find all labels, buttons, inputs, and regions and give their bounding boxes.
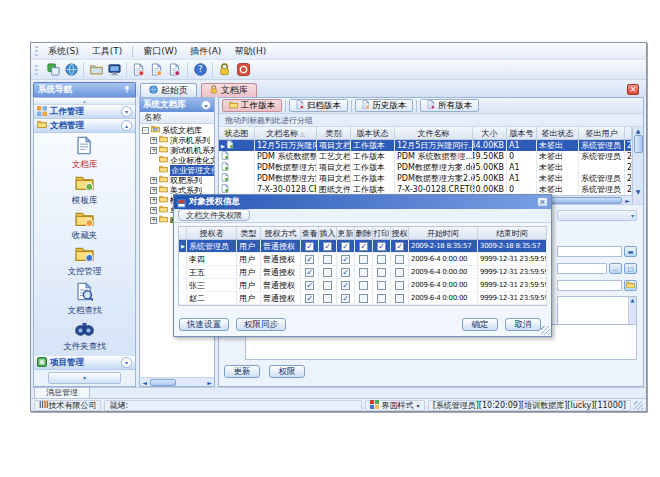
dialog-column-授权[interactable]: 授权 bbox=[391, 227, 409, 239]
column-header-大小[interactable]: 大小 bbox=[473, 127, 507, 139]
tree-expand-icon[interactable]: + bbox=[150, 137, 157, 144]
column-header-版本状态[interactable]: 版本状态 bbox=[351, 127, 395, 139]
column-header-文档名称[interactable]: 文档名称△ bbox=[255, 127, 317, 139]
globe-icon[interactable] bbox=[64, 63, 78, 77]
dialog-column-类型[interactable]: 类型 bbox=[237, 227, 261, 239]
help-icon[interactable]: ? bbox=[193, 63, 207, 77]
dialog-column-结束时间[interactable]: 结束时间 bbox=[478, 227, 547, 239]
tree-node-企业管理文件[interactable]: 企业管理文件 bbox=[140, 165, 214, 175]
tree-node-双肥系列[interactable]: + 双肥系列 bbox=[140, 175, 214, 185]
sidebar-item-收藏夹[interactable]: 收藏夹 bbox=[72, 211, 98, 243]
table-row[interactable]: PDM数据整理方案.doc项目文档工作版本PDM数据整理方案.doc95.00K… bbox=[219, 162, 632, 173]
sidebar-group-2[interactable]: 项目管理▾ bbox=[34, 356, 135, 370]
checkbox-unchecked[interactable] bbox=[395, 255, 404, 264]
checkbox-checked[interactable]: ✓ bbox=[305, 294, 314, 303]
tree-node-root[interactable]: - 系统文档库 bbox=[140, 125, 214, 135]
tree-expand-icon[interactable]: + bbox=[150, 187, 157, 194]
checkbox-checked[interactable]: ✓ bbox=[341, 294, 350, 303]
version-tab-归档版本[interactable]: 归档版本 bbox=[289, 99, 348, 112]
checkbox-unchecked[interactable] bbox=[323, 255, 332, 264]
permission-row[interactable]: 赵二用户普通授权✓✓2009-6-4 0:00:009999-12-31 23:… bbox=[179, 292, 546, 305]
chevron-down-icon[interactable]: ▾ bbox=[201, 100, 211, 110]
permission-button[interactable]: 权限 bbox=[269, 365, 305, 378]
scroll-right-icon[interactable]: ► bbox=[623, 197, 632, 204]
dialog-tab-permissions[interactable]: 文档文件夹权限 bbox=[178, 209, 250, 221]
permission-row[interactable]: ▶系统管理员用户普通授权✓✓✓✓✓✓2009-2-18 8:35:573009-… bbox=[179, 240, 546, 253]
tab-起始页[interactable]: 起始页 bbox=[140, 83, 197, 97]
sync-icon[interactable] bbox=[46, 63, 60, 77]
dialog-column-删除[interactable]: 删除 bbox=[355, 227, 373, 239]
checkbox-checked[interactable]: ✓ bbox=[341, 268, 350, 277]
chevron-icon[interactable]: ▾ bbox=[121, 106, 132, 117]
sidebar-item-文件夹查找[interactable]: 文件夹查找 bbox=[63, 321, 106, 353]
checkbox-checked[interactable]: ✓ bbox=[323, 242, 332, 251]
ellipsis-button[interactable]: … bbox=[609, 263, 622, 274]
column-header-签出用户[interactable]: 签出用户 bbox=[579, 127, 625, 139]
dialog-column-授权方式[interactable]: 授权方式 bbox=[261, 227, 301, 239]
tree-node-演示机系列[interactable]: + 演示机系列 bbox=[140, 135, 214, 145]
sidebar-item-文档库[interactable]: 文档库 bbox=[72, 136, 98, 171]
scroll-thumb[interactable] bbox=[150, 379, 176, 386]
ellipsis-button[interactable]: ▬ bbox=[624, 246, 637, 257]
ui-style-selector[interactable]: 界面样式 ▾ bbox=[365, 400, 425, 411]
column-header-状态图[interactable]: 状态图 bbox=[219, 127, 255, 139]
scroll-down-icon[interactable]: ▼ bbox=[636, 188, 641, 195]
cancel-button[interactable]: 取消 bbox=[505, 318, 541, 331]
tree-collapse-icon[interactable]: - bbox=[142, 127, 149, 134]
checkbox-checked[interactable]: ✓ bbox=[305, 268, 314, 277]
browse-button[interactable]: □ bbox=[624, 263, 637, 274]
permission-sync-button[interactable]: 权限同步 bbox=[236, 318, 286, 331]
exit-icon[interactable] bbox=[236, 63, 250, 77]
checkbox-unchecked[interactable] bbox=[395, 281, 404, 290]
tree-node-测试机机系列[interactable]: + 测试机机系列 bbox=[140, 145, 214, 155]
checkbox-unchecked[interactable] bbox=[359, 255, 368, 264]
dialog-column-开始时间[interactable]: 开始时间 bbox=[409, 227, 478, 239]
table-row[interactable]: PDM 系统数据整理检...工艺文档工作版本PDM 系统数据整理...49.50… bbox=[219, 151, 632, 162]
checkbox-unchecked[interactable] bbox=[395, 294, 404, 303]
tree-column-header[interactable]: 名称 bbox=[140, 112, 214, 124]
workspace-icon[interactable] bbox=[107, 63, 121, 77]
resize-grip[interactable] bbox=[634, 401, 643, 410]
checkbox-unchecked[interactable] bbox=[323, 294, 332, 303]
checkbox-unchecked[interactable] bbox=[377, 255, 386, 264]
menu-item-3[interactable]: 窗口(W) bbox=[137, 44, 183, 59]
checkbox-unchecked[interactable] bbox=[359, 281, 368, 290]
sidebar-group-0[interactable]: 工作管理▾ bbox=[34, 105, 135, 119]
doc-badge-del-icon[interactable] bbox=[168, 63, 182, 77]
checkbox-unchecked[interactable] bbox=[377, 268, 386, 277]
checkbox-checked[interactable]: ✓ bbox=[341, 281, 350, 290]
column-header-类别[interactable]: 类别 bbox=[317, 127, 351, 139]
column-header-签出状态[interactable]: 签出状态 bbox=[537, 127, 579, 139]
checkbox-checked[interactable]: ✓ bbox=[305, 255, 314, 264]
permission-row[interactable]: 张三用户普通授权✓✓2009-6-4 0:00:009999-12-31 23:… bbox=[179, 279, 546, 292]
scroll-thumb[interactable] bbox=[634, 135, 643, 153]
permission-row[interactable]: 王五用户普通授权✓✓2009-6-4 0:00:009999-12-31 23:… bbox=[179, 266, 546, 279]
sidebar-item-文控管理[interactable]: 文控管理 bbox=[68, 246, 102, 278]
quick-setup-button[interactable]: 快速设置 bbox=[179, 318, 229, 331]
scroll-right-icon[interactable]: ► bbox=[205, 379, 214, 386]
property-field-1[interactable] bbox=[557, 246, 622, 257]
update-button[interactable]: 更新 bbox=[224, 365, 260, 378]
checkbox-unchecked[interactable] bbox=[377, 294, 386, 303]
tab-文档库[interactable]: 文档库 bbox=[201, 83, 257, 97]
permission-row[interactable]: 李四用户普通授权✓✓2009-6-4 0:00:009999-12-31 23:… bbox=[179, 253, 546, 266]
sidebar-group-1[interactable]: 文档管理▴ bbox=[34, 119, 135, 133]
checkbox-checked[interactable]: ✓ bbox=[341, 242, 350, 251]
column-header-版本号[interactable]: 版本号 bbox=[507, 127, 537, 139]
collapse-bar[interactable]: ▾ bbox=[557, 210, 637, 221]
checkbox-unchecked[interactable] bbox=[359, 268, 368, 277]
dialog-column-打印[interactable]: 打印 bbox=[373, 227, 391, 239]
lock-icon[interactable] bbox=[218, 63, 232, 77]
dialog-resize-grip[interactable] bbox=[541, 326, 550, 335]
scroll-up-icon[interactable]: ▲ bbox=[636, 127, 641, 134]
property-field-2[interactable] bbox=[557, 263, 607, 274]
dialog-column-授权者[interactable]: 授权者 bbox=[187, 227, 237, 239]
menu-item-1[interactable]: 工具(T) bbox=[86, 44, 129, 59]
menu-item-0[interactable]: 系统(S) bbox=[42, 44, 85, 59]
tree-expand-icon[interactable]: + bbox=[150, 207, 157, 214]
tree-expand-icon[interactable]: + bbox=[150, 217, 157, 224]
tree-expand-icon[interactable]: + bbox=[150, 197, 157, 204]
checkbox-checked[interactable]: ✓ bbox=[341, 255, 350, 264]
group-by-bar[interactable]: 拖动列标题到此进行分组 bbox=[219, 114, 643, 127]
dialog-close-button[interactable]: × bbox=[537, 197, 548, 207]
